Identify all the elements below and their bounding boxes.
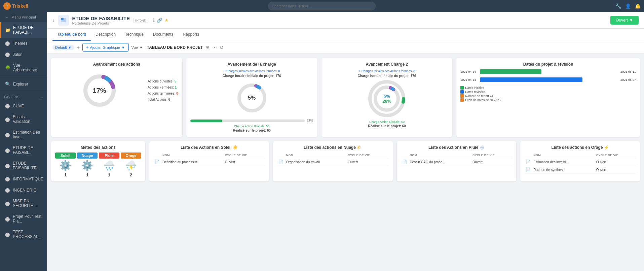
logo[interactable]: T Triskell <box>3 2 28 10</box>
avancement-actions-card: Avancement des actions 17% <box>51 58 182 137</box>
cuve-label: CUVE <box>13 104 24 108</box>
sidebar-item-themes[interactable]: ⬤ Themes <box>0 38 47 49</box>
sidebar-back[interactable]: ← Menu Principal <box>0 12 47 22</box>
info-action-icon[interactable]: ℹ <box>153 18 155 23</box>
sidebar-item-estimation[interactable]: ⬤ Estimation Des Inve... <box>0 127 47 142</box>
tab-rapports[interactable]: Rapports <box>178 29 204 41</box>
legend-dates-revisees: Dates révisées <box>460 90 636 94</box>
svg-rect-1 <box>61 18 64 20</box>
grid-icon[interactable]: ⊞ <box>205 45 210 50</box>
project-info: ETUDE DE FAISABILITE Portefeuille De Pro… <box>72 15 130 25</box>
charge2-inner-pct: 5% <box>382 94 391 99</box>
sidebar-item-ingenierie[interactable]: ⬤ INGENIERIE <box>0 184 47 196</box>
meteo-title: Météo des actions <box>55 145 141 150</box>
star-icon[interactable]: ★ <box>164 18 169 23</box>
logo-text: Triskell <box>12 3 28 9</box>
col-icon-header <box>401 153 409 158</box>
row-icon: 📄 <box>524 166 532 174</box>
search-container <box>268 2 376 10</box>
actions-pluie-table: NOM CYCLE DE VIE 📄 Dessin CAO du proce..… <box>401 153 513 166</box>
sidebar-item-etude[interactable]: 📁 ETUDE DE FAISABI... <box>0 22 47 38</box>
etude-icon: 📁 <box>5 28 10 33</box>
row-cycle: Ouvert <box>224 158 265 166</box>
meteo-soleil-count: 1 <box>64 172 67 177</box>
gantt-bar-revised <box>480 77 582 82</box>
add-graphique-button[interactable]: + Ajouter Graphique ▼ <box>82 43 129 52</box>
external-link-icon[interactable]: 🔗 <box>157 18 162 23</box>
row-nom: Organisation du travail <box>285 158 346 166</box>
row-nom: Rapport de synthèse <box>532 166 595 174</box>
row-icon: 📄 <box>401 158 409 166</box>
charge2-note: Σ Charges initiales des actions fermées:… <box>326 69 449 73</box>
meteo-soleil: Soleil ⚙️ 1 <box>55 153 76 177</box>
meteo-nuage: Nuage ⚙️ 1 <box>77 153 98 177</box>
default-tag[interactable]: Default ▼ <box>52 45 74 50</box>
row-icon: 📄 <box>524 158 532 166</box>
search-input[interactable] <box>268 2 376 10</box>
project-badge[interactable]: (Projet) <box>133 18 148 23</box>
col-cycle-header: CYCLE DE VIE <box>224 153 265 158</box>
etude-fav-label: ETUDE DE FAISABI... <box>13 145 43 155</box>
sidebar-item-test-process[interactable]: ⬤ TEST PROCESS AL... <box>0 227 47 242</box>
search-icon: 🔍 <box>5 81 10 87</box>
legend-ecart-dates: Écart de dates de fin =77 J <box>460 98 636 102</box>
arborescente-label: Vue Arborescente <box>13 63 43 72</box>
sidebar-item-securite[interactable]: ⬤ MISE EN SECURITE ... <box>0 196 47 211</box>
view-label: Vue ▼ <box>131 45 143 49</box>
project-title: ETUDE DE FAISABILITE <box>72 15 130 21</box>
charge-progress-fill <box>190 120 222 122</box>
actions-nuage-card: Liste des actions en Nuage 🌤️ NOM CYCLE … <box>273 141 393 181</box>
explorer-label: Explorer <box>13 82 28 87</box>
meteo-pluie-tag: Pluie <box>99 153 119 159</box>
settings-icon[interactable]: 🔧 <box>615 3 621 9</box>
charge2-realise: Réalisé sur le projet: 60 <box>326 124 449 128</box>
gantt-bar-initial <box>480 69 541 74</box>
sidebar-item-essais[interactable]: ⬤ Essais - Validation <box>0 111 47 127</box>
projet-test-label: Projet Pour Test Pla... <box>13 214 43 224</box>
charge-progress: 28% <box>190 119 313 123</box>
row-icon: 📄 <box>277 158 285 166</box>
sidebar-item-cuve[interactable]: ⬤ CUVE <box>0 100 47 111</box>
securite-label: MISE EN SECURITE ... <box>13 199 43 208</box>
sidebar-item-projet-test[interactable]: ⬤ Projet Pour Test Pla... <box>0 211 47 227</box>
meteo-orage-tag: Orage <box>121 153 141 159</box>
user-icon[interactable]: 👤 <box>625 3 631 9</box>
tab-documents[interactable]: Documents <box>148 29 178 41</box>
legend-dot-orange1 <box>460 94 464 98</box>
etude-label: ETUDE DE FAISABI... <box>13 25 43 35</box>
sidebar-item-jalon[interactable]: ⬤ Jalon <box>0 49 47 60</box>
project-icon <box>58 15 69 26</box>
view-chevron-icon: ▼ <box>139 45 143 49</box>
charge2-horaire: Charge horaire initiale du projet: 176 <box>326 74 449 78</box>
meteo-orage-count: 2 <box>130 172 132 177</box>
sidebar-item-etude-faisab[interactable]: ⬤ ETUDE FAISABILITE... <box>0 158 47 173</box>
tab-technique[interactable]: Technique <box>120 29 148 41</box>
open-button[interactable]: Ouvert ▼ <box>610 16 639 25</box>
etude-faisab-icon: ⬤ <box>5 163 10 168</box>
refresh-icon[interactable]: ↺ <box>220 45 224 50</box>
charge-progress-pct: 28% <box>307 119 313 123</box>
avancement-actions-stats: Actions ouvertes: 5 Actions Fermées: 1 A… <box>148 78 178 103</box>
col-icon-header <box>277 153 285 158</box>
actions-soleil-title: Liste des Actions en Soleil ☀️ <box>153 145 265 150</box>
tab-description[interactable]: Description <box>91 29 120 41</box>
favoris-more-icon[interactable]: ⋯ <box>40 95 43 99</box>
sidebar-item-etude-fav[interactable]: ⬤ ETUDE DE FAISABI... <box>0 142 47 158</box>
sidebar-item-explorer[interactable]: 🔍 Explorer <box>0 78 47 90</box>
sidebar-item-arborescente[interactable]: 🌳 Vue Arborescente <box>0 60 47 75</box>
avancement-actions-title: Avancement des actions <box>55 62 178 67</box>
col-cycle-header: CYCLE DE VIE <box>346 153 389 158</box>
dates-title: Dates du projet & révision <box>460 62 636 67</box>
more-icon[interactable]: ⋯ <box>212 45 217 50</box>
avancement-actions-donut: 17% <box>81 72 118 109</box>
back-label: Menu Principal <box>11 15 36 19</box>
meteo-nuage-count: 1 <box>86 172 88 177</box>
board-title: TABLEAU DE BORD PROJET <box>147 45 203 50</box>
favoris-label: Favoris <box>4 95 20 99</box>
sidebar-item-info[interactable]: ⬤ INFORMATIQUE <box>0 173 47 184</box>
add-tab-icon[interactable]: + <box>77 45 80 50</box>
charge-horaire: Charge horaire initiale du projet: 176 <box>190 74 313 78</box>
bell-icon[interactable]: 🔔 <box>635 3 641 9</box>
row-cycle: Ouvert <box>346 158 389 166</box>
tab-tableau-de-bord[interactable]: Tableau de bord <box>52 29 91 41</box>
